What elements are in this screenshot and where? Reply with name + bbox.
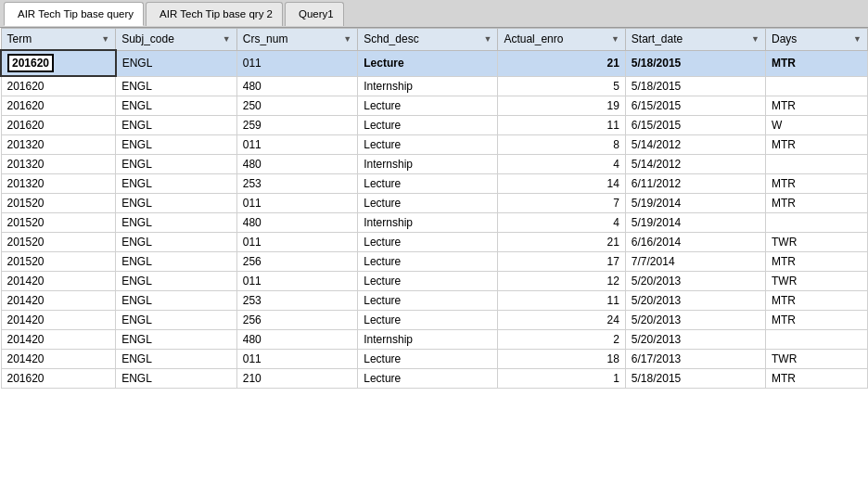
- cell-subj-code: ENGL: [116, 194, 237, 213]
- cell-schd-desc: Lecture: [358, 174, 498, 194]
- cell-schd-desc: Internship: [358, 330, 498, 350]
- cell-schd-desc: Lecture: [358, 311, 498, 330]
- col-header-schd-desc[interactable]: Schd_desc ▼: [358, 29, 498, 51]
- table-row: 201620ENGL259Lecture116/15/2015W: [1, 116, 868, 135]
- cell-term: 201420: [1, 350, 116, 369]
- cell-days: [766, 213, 868, 233]
- cell-crs-num: 011: [236, 194, 358, 213]
- cell-term: 201620: [1, 76, 116, 96]
- tab-air-tech-tip-base-query[interactable]: AIR Tech Tip base query: [4, 2, 144, 26]
- cell-days: [766, 330, 868, 350]
- cell-subj-code: ENGL: [116, 350, 237, 369]
- table-row: 201420ENGL011Lecture125/20/2013TWR: [1, 272, 868, 291]
- subj-code-dropdown-icon[interactable]: ▼: [223, 34, 231, 44]
- cell-start-date: 6/15/2015: [625, 96, 765, 116]
- cell-term: 201620: [1, 96, 116, 116]
- cell-subj-code: ENGL: [116, 213, 237, 233]
- cell-schd-desc: Lecture: [358, 116, 498, 135]
- cell-days: W: [766, 116, 868, 135]
- cell-actual-enro: 14: [498, 174, 625, 194]
- start-date-dropdown-icon[interactable]: ▼: [751, 34, 760, 44]
- cell-crs-num: 259: [236, 116, 358, 135]
- tab-query1[interactable]: Query1: [285, 2, 344, 26]
- cell-crs-num: 480: [236, 213, 358, 233]
- cell-schd-desc: Lecture: [358, 194, 498, 213]
- table-row: 201320ENGL480Internship45/14/2012: [1, 155, 868, 174]
- cell-start-date: 5/18/2015: [625, 369, 765, 389]
- cell-crs-num: 256: [236, 252, 358, 272]
- cell-term: 201620: [1, 116, 116, 135]
- table-row: 201620ENGL011Lecture215/18/2015MTR: [1, 50, 868, 76]
- cell-term: 201620: [1, 369, 116, 389]
- col-header-actual-enro[interactable]: Actual_enro ▼: [498, 29, 625, 51]
- cell-days: MTR: [766, 174, 868, 194]
- col-header-crs-num[interactable]: Crs_num ▼: [236, 29, 358, 51]
- cell-crs-num: 256: [236, 311, 358, 330]
- main-content: Term ▼ Subj_code ▼ Crs_num ▼: [0, 28, 868, 486]
- cell-crs-num: 011: [236, 233, 358, 252]
- col-header-subj-code[interactable]: Subj_code ▼: [116, 29, 237, 51]
- cell-days: TWR: [766, 233, 868, 252]
- cell-start-date: 5/20/2013: [625, 291, 765, 311]
- cell-actual-enro: 21: [498, 50, 625, 76]
- app-container: AIR Tech Tip base query AIR Tech Tip bas…: [0, 0, 868, 486]
- cell-subj-code: ENGL: [116, 311, 237, 330]
- cell-term: 201620: [1, 50, 116, 76]
- cell-days: MTR: [766, 135, 868, 155]
- cell-schd-desc: Internship: [358, 76, 498, 96]
- cell-days: MTR: [766, 369, 868, 389]
- cell-subj-code: ENGL: [116, 174, 237, 194]
- cell-start-date: 6/16/2014: [625, 233, 765, 252]
- table-row: 201520ENGL011Lecture75/19/2014MTR: [1, 194, 868, 213]
- cell-crs-num: 250: [236, 96, 358, 116]
- cell-subj-code: ENGL: [116, 135, 237, 155]
- cell-term: 201420: [1, 330, 116, 350]
- cell-actual-enro: 12: [498, 272, 625, 291]
- cell-start-date: 6/15/2015: [625, 116, 765, 135]
- table-row: 201420ENGL256Lecture245/20/2013MTR: [1, 311, 868, 330]
- cell-subj-code: ENGL: [116, 233, 237, 252]
- cell-start-date: 5/18/2015: [625, 76, 765, 96]
- cell-term: 201320: [1, 174, 116, 194]
- cell-actual-enro: 18: [498, 350, 625, 369]
- cell-term: 201420: [1, 272, 116, 291]
- cell-start-date: 5/18/2015: [625, 50, 765, 76]
- cell-days: [766, 155, 868, 174]
- actual-enro-dropdown-icon[interactable]: ▼: [611, 34, 619, 44]
- cell-term: 201320: [1, 155, 116, 174]
- term-dropdown-icon[interactable]: ▼: [101, 34, 109, 44]
- cell-start-date: 5/20/2013: [625, 330, 765, 350]
- tab-air-tech-tip-base-qry-2[interactable]: AIR Tech Tip base qry 2: [146, 2, 283, 26]
- cell-term: 201520: [1, 194, 116, 213]
- cell-days: MTR: [766, 96, 868, 116]
- days-dropdown-icon[interactable]: ▼: [853, 34, 862, 44]
- cell-term: 201420: [1, 311, 116, 330]
- cell-subj-code: ENGL: [116, 291, 237, 311]
- cell-start-date: 5/19/2014: [625, 213, 765, 233]
- cell-subj-code: ENGL: [116, 252, 237, 272]
- cell-actual-enro: 4: [498, 155, 625, 174]
- cell-schd-desc: Lecture: [358, 350, 498, 369]
- table-row: 201420ENGL480Internship25/20/2013: [1, 330, 868, 350]
- cell-subj-code: ENGL: [116, 96, 237, 116]
- cell-start-date: 5/20/2013: [625, 272, 765, 291]
- col-header-days[interactable]: Days ▼: [766, 29, 868, 51]
- col-header-term[interactable]: Term ▼: [1, 29, 116, 51]
- cell-days: TWR: [766, 350, 868, 369]
- cell-crs-num: 480: [236, 155, 358, 174]
- cell-crs-num: 480: [236, 330, 358, 350]
- cell-schd-desc: Internship: [358, 213, 498, 233]
- table-row: 201320ENGL253Lecture146/11/2012MTR: [1, 174, 868, 194]
- cell-start-date: 5/14/2012: [625, 135, 765, 155]
- cell-crs-num: 253: [236, 174, 358, 194]
- cell-schd-desc: Internship: [358, 155, 498, 174]
- cell-term: 201420: [1, 291, 116, 311]
- col-header-start-date[interactable]: Start_date ▼: [625, 29, 765, 51]
- table-row: 201620ENGL210Lecture15/18/2015MTR: [1, 369, 868, 389]
- schd-desc-dropdown-icon[interactable]: ▼: [484, 34, 492, 44]
- crs-num-dropdown-icon[interactable]: ▼: [343, 34, 351, 44]
- cell-subj-code: ENGL: [116, 272, 237, 291]
- cell-crs-num: 011: [236, 272, 358, 291]
- cell-days: MTR: [766, 252, 868, 272]
- cell-schd-desc: Lecture: [358, 135, 498, 155]
